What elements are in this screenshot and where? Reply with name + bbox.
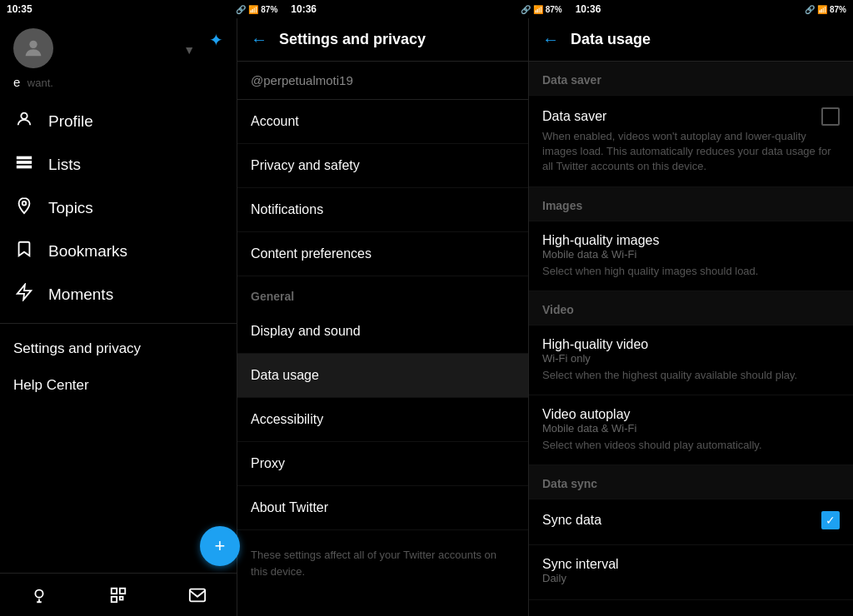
video-autoplay-item[interactable]: Video autoplay Mobile data & Wi-Fi Selec… — [529, 395, 853, 465]
settings-item-label-accessibility: Accessibility — [251, 412, 323, 427]
avatar-icon — [22, 37, 45, 60]
bottom-nav-mail[interactable] — [177, 574, 218, 616]
data-saver-checkbox[interactable] — [821, 107, 840, 126]
settings-item-privacy[interactable]: Privacy and safety — [237, 144, 528, 188]
sync-interval-title: Sync interval — [542, 557, 840, 572]
hq-video-desc: Select when the highest quality availabl… — [542, 368, 840, 383]
status-bar-left: 10:35 🔗 📶 87% — [0, 0, 284, 18]
status-bar-middle: 10:36 🔗 📶 87% — [284, 0, 568, 18]
status-icons-right: 🔗 📶 87% — [805, 5, 846, 14]
status-icons-middle: 🔗 📶 87% — [521, 5, 562, 14]
sync-data-header: Sync data — [542, 511, 840, 529]
profile-icon — [13, 110, 35, 133]
bottom-nav-bulb[interactable] — [18, 574, 60, 616]
high-quality-video-item[interactable]: High-quality video Wi-Fi only Select whe… — [529, 325, 853, 395]
sidebar-item-label-help: Help Center — [13, 377, 89, 394]
autoplay-desc: Select when videos should play automatic… — [542, 438, 840, 453]
account-handle: @perpetualmoti19 — [237, 62, 528, 100]
signal-icon-mid: 📶 — [533, 5, 543, 14]
sync-data-item[interactable]: Sync data — [529, 499, 853, 545]
svg-point-5 — [22, 201, 27, 206]
hq-images-desc: Select when high quality images should l… — [542, 264, 840, 279]
time-left: 10:35 — [7, 3, 32, 15]
sidebar-item-label-topics: Topics — [48, 199, 93, 217]
status-bars: 10:35 🔗 📶 87% 10:36 🔗 📶 87% 10:36 🔗 📶 87… — [0, 0, 853, 18]
sidebar-item-settings[interactable]: Settings and privacy — [0, 330, 237, 367]
bottom-nav — [0, 573, 237, 616]
sync-interval-item[interactable]: Sync interval Daily — [529, 545, 853, 600]
sidebar-item-help[interactable]: Help Center — [0, 367, 237, 404]
bottom-nav-qr[interactable] — [97, 574, 139, 616]
settings-item-notifications[interactable]: Notifications — [237, 188, 528, 232]
settings-item-data[interactable]: Data usage — [237, 354, 528, 398]
avatar[interactable] — [13, 28, 53, 68]
nav-divider — [0, 323, 237, 324]
settings-item-label-display: Display and sound — [251, 324, 361, 339]
sidebar-item-profile[interactable]: Profile — [0, 100, 237, 143]
video-section-header: Video — [529, 291, 853, 325]
svg-rect-2 — [17, 157, 32, 159]
svg-rect-12 — [189, 589, 204, 601]
settings-item-display[interactable]: Display and sound — [237, 310, 528, 354]
nav-items: Profile Lists Topics Bookmarks — [0, 93, 237, 573]
display-name: e — [13, 75, 20, 89]
general-section-header: General — [237, 276, 528, 310]
fab-button[interactable]: + — [200, 526, 240, 566]
tweet-fragment: want. — [27, 77, 53, 89]
battery-middle: 87% — [546, 5, 562, 14]
left-panel: ✦ e want. ▼ Profile Lists — [0, 18, 237, 616]
bookmarks-icon — [13, 240, 35, 263]
svg-point-0 — [29, 41, 37, 48]
svg-marker-6 — [17, 285, 32, 300]
lists-icon — [13, 153, 35, 176]
username-section: e want. — [0, 75, 237, 93]
settings-item-label-proxy: Proxy — [251, 456, 285, 471]
sidebar-item-label-profile: Profile — [48, 112, 93, 131]
sidebar-item-bookmarks[interactable]: Bookmarks — [0, 230, 237, 273]
data-saver-header: Data saver — [542, 107, 840, 126]
settings-item-proxy[interactable]: Proxy — [237, 442, 528, 486]
svg-rect-11 — [120, 596, 123, 599]
hq-images-title: High-quality images — [542, 233, 840, 248]
link-icon: 🔗 — [236, 5, 246, 14]
time-middle: 10:36 — [291, 3, 317, 15]
sync-data-title: Sync data — [542, 513, 601, 528]
settings-item-label-notifications: Notifications — [251, 202, 323, 217]
fab-icon: + — [215, 535, 226, 557]
data-saver-item[interactable]: Data saver When enabled, videos won't au… — [529, 96, 853, 187]
hq-video-subtitle: Wi-Fi only — [542, 352, 840, 365]
middle-back-button[interactable]: ← — [251, 30, 267, 49]
settings-item-about[interactable]: About Twitter — [237, 486, 528, 530]
signal-icon-right: 📶 — [817, 5, 827, 14]
svg-rect-9 — [120, 588, 125, 593]
svg-rect-3 — [17, 161, 32, 163]
dropdown-arrow-icon[interactable]: ▼ — [183, 43, 195, 57]
sidebar-item-label-moments: Moments — [48, 286, 113, 304]
middle-panel-title: Settings and privacy — [279, 31, 426, 48]
link-icon-mid: 🔗 — [521, 5, 531, 14]
svg-point-7 — [36, 589, 43, 597]
status-icons-left: 🔗 📶 87% — [236, 5, 277, 14]
link-icon-right: 🔗 — [805, 5, 815, 14]
sidebar-item-moments[interactable]: Moments — [0, 273, 237, 316]
middle-panel: ← Settings and privacy @perpetualmoti19 … — [237, 18, 529, 616]
data-sync-section-header: Data sync — [529, 465, 853, 499]
settings-item-label-about: About Twitter — [251, 500, 328, 515]
sidebar-item-topics[interactable]: Topics — [0, 186, 237, 230]
right-panel-header: ← Data usage — [529, 18, 853, 62]
hq-video-title: High-quality video — [542, 337, 840, 352]
settings-item-content[interactable]: Content preferences — [237, 232, 528, 276]
settings-item-label-data: Data usage — [251, 368, 319, 383]
autoplay-title: Video autoplay — [542, 407, 840, 422]
sparkle-icon[interactable]: ✦ — [209, 30, 223, 50]
sidebar-item-lists[interactable]: Lists — [0, 143, 237, 186]
settings-item-account[interactable]: Account — [237, 100, 528, 144]
sidebar-item-label-lists: Lists — [48, 156, 81, 174]
svg-rect-8 — [112, 588, 117, 593]
settings-item-accessibility[interactable]: Accessibility — [237, 398, 528, 442]
sync-data-checkbox[interactable] — [821, 511, 840, 529]
data-saver-desc: When enabled, videos won't autoplay and … — [542, 129, 840, 175]
right-back-button[interactable]: ← — [542, 30, 559, 49]
high-quality-images-item[interactable]: High-quality images Mobile data & Wi-Fi … — [529, 221, 853, 291]
moments-icon — [13, 283, 35, 306]
